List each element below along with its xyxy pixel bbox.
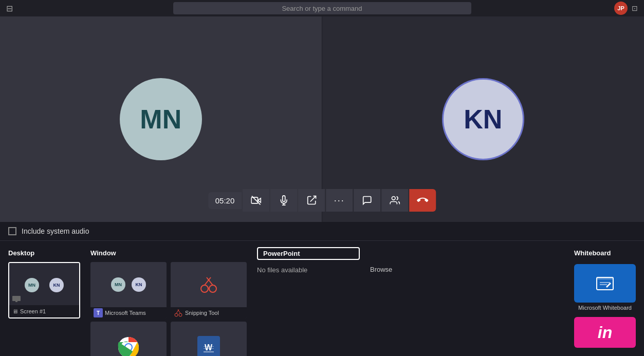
top-bar-left: ⊟ xyxy=(6,4,13,13)
snipping-window-label: Snipping Tool xyxy=(185,310,219,316)
svg-point-8 xyxy=(201,285,208,292)
whiteboard-label: Whiteboard xyxy=(574,247,636,260)
svg-rect-21 xyxy=(204,351,214,352)
mic-button[interactable] xyxy=(270,189,297,212)
word-icon: W xyxy=(200,339,217,355)
svg-rect-25 xyxy=(597,277,613,279)
svg-rect-7 xyxy=(15,301,17,302)
snipping-scissors-icon xyxy=(197,273,220,296)
mini-avatar-kn: KN xyxy=(49,278,64,292)
include-audio-checkbox[interactable] xyxy=(8,227,16,235)
people-button[interactable] xyxy=(381,189,408,212)
section-browse: Browse xyxy=(370,247,392,275)
include-audio-label: Include system audio xyxy=(22,227,89,235)
top-bar-right: JP ⊡ xyxy=(614,2,638,15)
video-button[interactable] xyxy=(243,189,269,212)
svg-rect-23 xyxy=(204,346,214,347)
teams-mini-mn: MN xyxy=(111,277,125,292)
maximize-icon: ⊡ xyxy=(632,4,638,12)
share-panel: Include system audio Desktop MN KN xyxy=(0,222,644,356)
teams-mini-kn: KN xyxy=(132,277,146,292)
mini-avatar-mn: MN xyxy=(25,278,39,292)
search-bar[interactable]: Search or type a command xyxy=(173,2,471,14)
avatar-kn: KN xyxy=(442,78,524,160)
share-button[interactable] xyxy=(298,189,325,212)
window-snipping-thumb[interactable]: Snipping Tool xyxy=(171,262,247,318)
chrome-icon xyxy=(117,336,140,356)
teams-icon: T xyxy=(94,308,103,317)
svg-point-13 xyxy=(179,313,182,316)
more-button[interactable]: ··· xyxy=(326,189,353,212)
chrome-preview xyxy=(90,322,167,356)
user-avatar: JP xyxy=(614,2,628,15)
include-audio-row: Include system audio xyxy=(0,222,644,241)
section-powerpoint: PowerPoint No files available xyxy=(257,247,360,278)
monitor-icon: 🖥 xyxy=(12,308,18,314)
svg-point-12 xyxy=(175,313,178,316)
call-controls: 05:20 ··· xyxy=(208,189,436,212)
svg-point-9 xyxy=(209,285,216,292)
section-window: Window MN KN T Microsoft Teams xyxy=(90,247,247,356)
window-tab-label[interactable]: Window xyxy=(90,247,247,260)
svg-text:W: W xyxy=(205,343,213,352)
svg-rect-6 xyxy=(12,296,21,301)
section-whiteboard: Whiteboard Microsoft Whiteboard i xyxy=(574,247,636,348)
browse-label[interactable]: Browse xyxy=(370,264,392,275)
desktop-screen1-thumb[interactable]: MN KN 🖥 Screen #1 xyxy=(8,262,80,318)
svg-rect-22 xyxy=(204,348,214,349)
window-word-thumb[interactable]: W xyxy=(171,322,247,356)
window-thumbs-row2: W xyxy=(90,322,247,356)
no-files-label: No files available xyxy=(257,262,360,278)
section-desktop: Desktop MN KN 🖥 Screen #1 xyxy=(8,247,80,318)
ppt-tab-label[interactable]: PowerPoint xyxy=(257,247,360,260)
invision-icon: in xyxy=(598,323,612,342)
chat-button[interactable] xyxy=(354,189,380,212)
snipping-preview xyxy=(171,262,247,307)
teams-preview: MN KN xyxy=(90,262,167,307)
word-preview: W xyxy=(171,322,247,356)
ms-whiteboard-icon xyxy=(596,274,614,293)
invision-card[interactable]: in xyxy=(574,317,636,348)
avatar-mn: MN xyxy=(120,78,202,160)
svg-line-15 xyxy=(178,310,180,314)
desktop-screen-label: 🖥 Screen #1 xyxy=(9,305,79,317)
snipping-thumb-footer: Snipping Tool xyxy=(171,307,247,318)
desktop-tab-label[interactable]: Desktop xyxy=(8,247,80,260)
window-thumbs-row1: MN KN T Microsoft Teams xyxy=(90,262,247,318)
tab-content-row: Desktop MN KN 🖥 Screen #1 xyxy=(0,241,644,356)
teams-thumb-footer: T Microsoft Teams xyxy=(90,307,167,318)
call-timer: 05:20 xyxy=(208,192,242,209)
desktop-preview: MN KN xyxy=(9,263,79,307)
svg-point-5 xyxy=(392,197,395,200)
end-call-button[interactable] xyxy=(409,189,436,212)
screen-name: Screen #1 xyxy=(20,308,46,314)
video-area: MN KN 05:20 xyxy=(0,16,644,222)
ms-whiteboard-card[interactable] xyxy=(574,264,636,303)
window-teams-thumb[interactable]: MN KN T Microsoft Teams xyxy=(90,262,167,318)
ms-whiteboard-label: Microsoft Whiteboard xyxy=(578,305,632,311)
snipping-footer-icon xyxy=(174,308,183,317)
top-bar: ⊟ Search or type a command JP ⊡ xyxy=(0,0,644,16)
window-icon: ⊟ xyxy=(6,4,13,13)
window-chrome-thumb[interactable] xyxy=(90,322,167,356)
search-placeholder: Search or type a command xyxy=(282,5,362,12)
teams-window-label: Microsoft Teams xyxy=(105,310,146,316)
